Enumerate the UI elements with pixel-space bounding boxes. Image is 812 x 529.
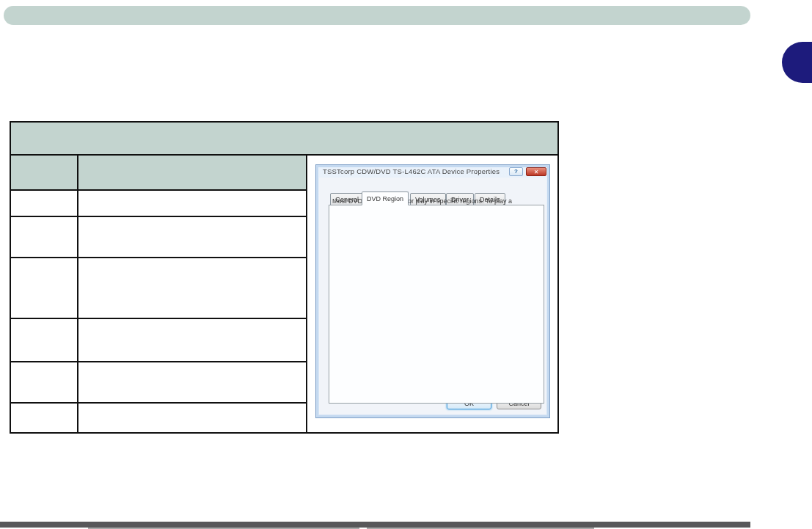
table-cell: [11, 258, 78, 318]
footer-rule: [0, 522, 750, 528]
table-header-cell: [11, 123, 557, 156]
table-cell: [11, 191, 78, 216]
page-header-bar: [4, 6, 750, 25]
table-cell: [78, 258, 306, 318]
table-figure-cell: TSSTcorp CDW/DVD TS-L462C ATA Device Pro…: [307, 156, 557, 432]
help-icon[interactable]: ?: [509, 167, 523, 176]
table-row: [11, 217, 306, 258]
table-cell: [11, 404, 78, 432]
table-row: [11, 362, 306, 404]
table-row: [11, 191, 306, 217]
table-row: [11, 258, 306, 319]
table-cell: [78, 362, 306, 402]
table-cell: [78, 319, 306, 361]
dialog-title: TSSTcorp CDW/DVD TS-L462C ATA Device Pro…: [323, 167, 500, 175]
chapter-side-tab: [782, 42, 812, 83]
table-cell: [78, 217, 306, 257]
table-subheader-col2: [78, 156, 306, 189]
table-subheader-col1: [11, 156, 78, 189]
dialog-client-area: General DVD Region Volumes Driver Detail…: [319, 178, 546, 415]
table-cell: [78, 404, 306, 432]
device-properties-dialog: TSSTcorp CDW/DVD TS-L462C ATA Device Pro…: [315, 164, 550, 418]
table-subheader-row: [11, 156, 306, 191]
close-icon[interactable]: ✕: [526, 167, 546, 176]
tab-dvd-region[interactable]: DVD Region: [362, 191, 409, 205]
dvd-region-tab-page: [329, 205, 544, 404]
table-row: [11, 319, 306, 362]
table-cell: [11, 319, 78, 361]
table-left-columns: [11, 156, 307, 432]
table-cell: [11, 217, 78, 257]
table-row: [11, 404, 306, 432]
table-cell: [11, 362, 78, 402]
table-cell: [78, 191, 306, 216]
content-table: TSSTcorp CDW/DVD TS-L462C ATA Device Pro…: [10, 121, 559, 434]
